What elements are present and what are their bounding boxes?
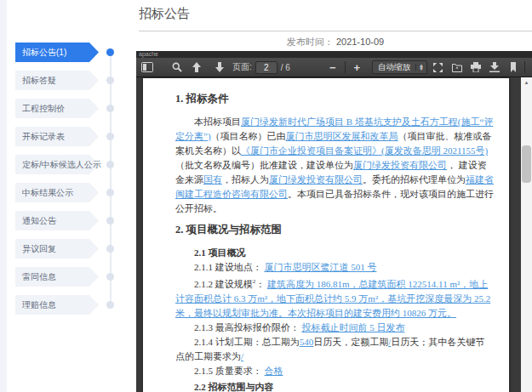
download-icon <box>489 62 500 72</box>
find-button[interactable] <box>169 60 185 76</box>
timeline-dot <box>106 245 114 253</box>
print-icon <box>471 62 481 72</box>
page-title: 招标公告 <box>139 6 190 22</box>
timeline-dot <box>106 189 114 196</box>
viewer-content: 1. 招标条件本招标项目厦门绿发新时代广场项目 B 塔基坑支护及土石方工程(施工… <box>136 77 532 392</box>
sidebar-item-label: 工程控制价 <box>15 99 99 118</box>
sidebar-item-label: 招标公告(1) <box>15 43 99 62</box>
sidebar-item[interactable]: 理赔信息 <box>15 295 99 315</box>
doc-link[interactable]: 合格 <box>265 366 283 376</box>
publish-time-label: 发布时间： <box>287 37 334 47</box>
pdf-viewer: apache 页面: / 6 − + <box>136 51 532 392</box>
presentation-mode-button[interactable] <box>430 60 446 76</box>
doc-link[interactable]: 厦门绿发投资有限公司 <box>269 174 363 185</box>
sidebar-toggle-icon <box>141 62 153 72</box>
scroll-up-button[interactable]: ▲ <box>521 77 532 87</box>
sidebar-item[interactable]: 通知公告 <box>15 211 99 230</box>
zoom-select[interactable]: 自动缩放 ▲▼ <box>372 60 427 74</box>
sidebar-item[interactable]: 工程控制价 <box>15 99 99 118</box>
zoom-in-button[interactable]: + <box>349 60 366 76</box>
sidebar-item-label: 招标答疑 <box>15 71 99 90</box>
sidebar-item-label: 定标/中标候选人公示 <box>15 155 99 174</box>
doc-paragraph: 2.1.4 计划工期：总工期为540日历天，定额工期/日历天；其中各关键节点的工… <box>175 335 494 364</box>
pdf-text: 1. 招标条件本招标项目厦门绿发新时代广场项目 B 塔基坑支护及土石方工程(施工… <box>143 78 509 392</box>
open-file-button[interactable] <box>449 60 465 76</box>
title-divider <box>139 31 532 31</box>
arrow-down-icon <box>215 62 225 72</box>
timeline-dot <box>106 105 114 112</box>
sidebar-item-label: 开标记录表 <box>15 127 99 146</box>
timeline-dot <box>106 48 114 56</box>
zoom-out-button[interactable]: − <box>324 60 341 76</box>
viewer-title: apache <box>136 51 532 58</box>
sidebar-item[interactable]: 异议回复 <box>15 239 99 258</box>
vertical-scrollbar[interactable]: ▲ <box>521 77 532 392</box>
toolbar-separator <box>345 61 346 73</box>
open-file-icon <box>452 63 462 72</box>
sidebar-item[interactable]: 中标结果公示 <box>15 183 99 202</box>
doc-paragraph: 本招标项目厦门绿发新时代广场项目 B 塔基坑支护及土石方工程(施工“评定分离”)… <box>175 115 494 216</box>
doc-link[interactable]: 厦门绿发投资有限公司 <box>353 160 447 170</box>
pdf-toolbar: 页面: / 6 − + 自动缩放 ▲▼ <box>136 58 532 77</box>
doc-text: 2.1.4 计划工期：总工期为 <box>194 337 300 347</box>
doc-text: 日历天，定额工期 <box>313 337 388 347</box>
scroll-up-arrow-icon: ▲ <box>524 80 529 85</box>
doc-text: ： <box>255 279 267 289</box>
sidebar-item[interactable]: 定标/中标候选人公示 <box>15 155 99 174</box>
doc-text: （项目名称）已由 <box>211 131 286 141</box>
doc-link[interactable]: 540 <box>300 337 314 347</box>
doc-text: 本招标项目 <box>194 116 241 127</box>
publish-time-value: 2021-10-09 <box>336 37 384 47</box>
doc-heading: 2.2 招标范围与内容 <box>175 380 494 392</box>
timeline-dot <box>106 133 114 140</box>
doc-link[interactable]: / <box>241 351 243 361</box>
doc-text: 2.1.5 质量要求： <box>194 366 265 376</box>
plus-icon: + <box>349 61 366 74</box>
page-number-label: 页面: <box>232 61 252 73</box>
doc-heading: 1. 招标条件 <box>175 92 494 106</box>
sidebar-item-label: 中标结果公示 <box>15 183 99 202</box>
doc-heading: 2. 项目概况与招标范围 <box>175 223 494 237</box>
doc-paragraph: 2.1.5 质量要求： 合格 <box>175 364 494 378</box>
doc-paragraph: 2.1.3 最高投标报价限价： 投标截止时间前 5 日发布 <box>175 321 494 335</box>
next-page-button[interactable] <box>211 60 227 76</box>
doc-link[interactable]: 国有 <box>203 174 222 185</box>
timeline-dot <box>106 161 114 168</box>
doc-link[interactable]: 厦门市思明区鹭江道 501 号 <box>265 262 377 272</box>
timeline-dot <box>106 273 114 281</box>
doc-text: 2.1.1 建设地点： <box>194 262 265 272</box>
doc-text: 2.1.3 最高投标报价限价： <box>194 322 302 332</box>
doc-link[interactable]: 厦门市思明区发展和改革局 <box>286 131 398 141</box>
page-count: / 6 <box>281 63 290 72</box>
minus-icon: − <box>324 61 341 74</box>
bookmark-button[interactable] <box>505 60 521 76</box>
sidebar-item[interactable]: 招标答疑 <box>15 71 99 90</box>
fullscreen-icon <box>433 63 443 72</box>
scrollbar-thumb[interactable] <box>522 145 531 183</box>
doc-link[interactable]: 《厦门市企业投资项目备案证明》(厦发改备思明 2021155号) <box>241 145 488 156</box>
chevron-up-down-icon: ▲▼ <box>415 64 424 71</box>
download-button[interactable] <box>486 60 502 76</box>
page-number-input[interactable] <box>255 61 277 74</box>
doc-heading: 2.1 项目概况 <box>175 246 494 260</box>
sidebar-item[interactable]: 招标公告(1) <box>15 43 99 62</box>
search-icon <box>172 62 182 72</box>
timeline-dot <box>106 301 114 309</box>
sidebar-item-label: 通知公告 <box>15 211 99 230</box>
sidebar-toggle-button[interactable] <box>139 60 155 76</box>
sidebar-item-label: 雷同信息 <box>15 267 99 287</box>
sidebar: 招标公告(1)招标答疑工程控制价开标记录表定标/中标候选人公示中标结果公示通知公… <box>15 43 126 323</box>
timeline-dot <box>106 217 114 224</box>
toolbar-separator <box>524 61 525 73</box>
doc-link[interactable]: 投标截止时间前 5 日发布 <box>302 322 405 332</box>
doc-text: （批文名称及编号）批准建设，建设单位为 <box>175 160 353 170</box>
doc-paragraph: 2.1.1 建设地点： 厦门市思明区鹭江道 501 号 <box>175 260 494 275</box>
timeline-dot <box>106 77 114 84</box>
print-button[interactable] <box>467 60 483 76</box>
sidebar-item[interactable]: 开标记录表 <box>15 127 99 146</box>
previous-page-button[interactable] <box>188 60 204 76</box>
sidebar-item[interactable]: 雷同信息 <box>15 267 99 287</box>
publish-time: 发布时间： 2021-10-09 <box>139 36 532 48</box>
doc-text: 2.1.2 建设规模 <box>194 279 253 289</box>
left-accent-strip <box>0 0 7 392</box>
